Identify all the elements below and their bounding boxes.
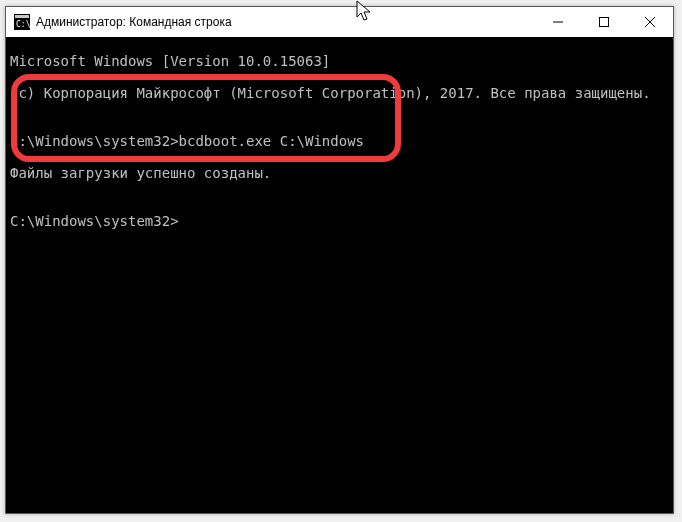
close-button[interactable] bbox=[627, 7, 673, 37]
titlebar[interactable]: C:\ Администратор: Командная строка bbox=[6, 7, 673, 37]
terminal-prompt: C:\Windows\system32> bbox=[10, 213, 669, 229]
terminal-line: Файлы загрузки успешно созданы. bbox=[10, 165, 669, 181]
terminal-line: C:\Windows\system32>bcdboot.exe C:\Windo… bbox=[10, 133, 669, 149]
minimize-button[interactable] bbox=[535, 7, 581, 37]
command-prompt-window: C:\ Администратор: Командная строка Micr… bbox=[5, 6, 674, 514]
maximize-button[interactable] bbox=[581, 7, 627, 37]
svg-text:C:\: C:\ bbox=[16, 20, 30, 29]
svg-rect-4 bbox=[600, 18, 609, 27]
cmd-icon: C:\ bbox=[14, 14, 30, 30]
terminal-line: (c) Корпорация Майкрософт (Microsoft Cor… bbox=[10, 85, 669, 101]
svg-rect-1 bbox=[15, 15, 29, 18]
terminal-line: Microsoft Windows [Version 10.0.15063] bbox=[10, 53, 669, 69]
terminal-area[interactable]: Microsoft Windows [Version 10.0.15063] (… bbox=[6, 37, 673, 513]
window-title: Администратор: Командная строка bbox=[36, 7, 232, 37]
